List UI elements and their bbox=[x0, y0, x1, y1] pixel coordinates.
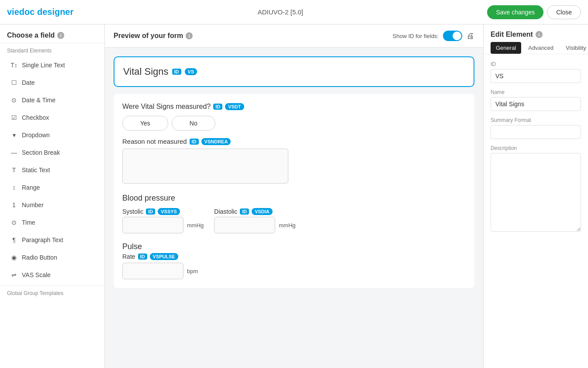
logo-designer: designer bbox=[35, 7, 73, 17]
rate-id-badge: ID bbox=[138, 253, 147, 260]
summary-format-input[interactable] bbox=[491, 125, 581, 139]
topbar: viedoc designer ADIUVO-2 [5.0] Save chan… bbox=[0, 0, 588, 24]
systolic-label: Systolic ID VSSYS bbox=[122, 208, 204, 215]
dropdown-icon: ▾ bbox=[10, 132, 17, 139]
toggle-knob bbox=[453, 31, 461, 40]
pulse-section: Pulse Rate ID VSPULSE bpm bbox=[122, 242, 466, 279]
name-field-input[interactable] bbox=[491, 97, 581, 111]
edit-element-header: Edit Element i bbox=[484, 24, 588, 38]
range-label: Range bbox=[22, 184, 40, 191]
vital-signs-title: Vital Signs ID VS bbox=[123, 66, 465, 77]
description-label: Description bbox=[491, 145, 581, 151]
reason-id-badge: ID bbox=[190, 139, 199, 145]
systolic-input[interactable] bbox=[122, 217, 183, 233]
question1-id-badge: ID bbox=[213, 104, 222, 110]
question1-id-value: VSDT bbox=[225, 103, 244, 110]
diastolic-input-row: mmHg bbox=[214, 217, 295, 233]
vital-signs-section[interactable]: Vital Signs ID VS bbox=[114, 56, 474, 87]
vital-signs-question: Were Vital Signs measured? ID VSDT bbox=[122, 103, 466, 111]
field-static-text[interactable]: T Static Text bbox=[3, 162, 101, 178]
center-panel: Preview of your form i Show ID for field… bbox=[105, 24, 483, 368]
edit-element-title: Edit Element bbox=[491, 31, 533, 38]
date-time-icon: ⊙ bbox=[10, 97, 17, 104]
field-dropdown[interactable]: ▾ Dropdown bbox=[3, 127, 101, 143]
diastolic-input[interactable] bbox=[214, 217, 275, 233]
field-range[interactable]: ↕ Range bbox=[3, 180, 101, 195]
field-single-line-text[interactable]: T↕ Single Line Text bbox=[3, 57, 101, 73]
diastolic-id-value: VSDIA bbox=[252, 208, 273, 215]
yes-button[interactable]: Yes bbox=[122, 116, 168, 131]
id-field-input[interactable] bbox=[491, 69, 581, 83]
choose-field-title: Choose a field bbox=[7, 31, 55, 39]
pulse-unit: bpm bbox=[187, 268, 198, 274]
field-time[interactable]: ⊙ Time bbox=[3, 215, 101, 230]
preview-title: Preview of your form i bbox=[114, 32, 193, 40]
field-radio-button[interactable]: ◉ Radio Button bbox=[3, 250, 101, 265]
vas-scale-icon: ⇌ bbox=[10, 271, 17, 278]
paragraph-text-icon: ¶ bbox=[10, 236, 17, 243]
number-label: Number bbox=[22, 201, 44, 208]
tab-general[interactable]: General bbox=[491, 42, 521, 54]
global-templates-label: Global Group Templates bbox=[0, 285, 104, 301]
systolic-id-badge: ID bbox=[146, 208, 155, 215]
field-date-time[interactable]: ⊙ Date & Time bbox=[3, 92, 101, 108]
single-line-text-label: Single Line Text bbox=[22, 62, 65, 69]
tab-visibility[interactable]: Visibility bbox=[560, 42, 588, 54]
show-id-label: Show ID for fields: bbox=[393, 33, 439, 39]
print-icon[interactable]: 🖨 bbox=[467, 31, 474, 41]
field-paragraph-text[interactable]: ¶ Paragraph Text bbox=[3, 232, 101, 248]
blood-pressure-title: Blood pressure bbox=[122, 194, 466, 203]
id-field-group: ID bbox=[491, 61, 581, 83]
systolic-label-text: Systolic bbox=[122, 208, 143, 215]
field-section-break[interactable]: — Section Break bbox=[3, 145, 101, 160]
center-header: Preview of your form i Show ID for field… bbox=[105, 24, 483, 48]
name-field-label: Name bbox=[491, 89, 581, 95]
field-checkbox[interactable]: ☑ Checkbox bbox=[3, 110, 101, 125]
right-tabs: General Advanced Visibility bbox=[484, 38, 588, 54]
radio-button-label: Radio Button bbox=[22, 254, 57, 261]
description-textarea[interactable] bbox=[491, 153, 581, 232]
id-field-label: ID bbox=[491, 61, 581, 67]
field-number[interactable]: 1 Number bbox=[3, 197, 101, 213]
reason-label-text: Reason not measured bbox=[122, 138, 187, 145]
reason-textarea[interactable] bbox=[122, 149, 288, 184]
blood-pressure-section: Blood pressure Systolic ID VSSYS mmHg bbox=[122, 194, 466, 233]
diastolic-unit: mmHg bbox=[279, 222, 295, 229]
rate-id-value: VSPULSE bbox=[150, 253, 178, 260]
diastolic-field: Diastolic ID VSDIA mmHg bbox=[214, 208, 295, 233]
vital-signs-title-text: Vital Signs bbox=[123, 66, 169, 77]
summary-format-field-group: Summary Format bbox=[491, 117, 581, 139]
close-button[interactable]: Close bbox=[547, 5, 581, 19]
description-field-group: Description bbox=[491, 145, 581, 232]
range-icon: ↕ bbox=[10, 184, 17, 191]
center-header-right: Show ID for fields: 🖨 bbox=[393, 31, 475, 41]
edit-element-info-icon: i bbox=[536, 31, 543, 38]
pulse-title: Pulse bbox=[122, 242, 466, 251]
edit-element-form: ID Name Summary Format Description bbox=[484, 54, 588, 239]
save-button[interactable]: Save changes bbox=[487, 5, 543, 19]
choose-field-header: Choose a field i bbox=[0, 24, 104, 43]
paragraph-text-label: Paragraph Text bbox=[22, 236, 63, 243]
reason-label: Reason not measured ID VSNDREA bbox=[122, 138, 466, 145]
show-id-toggle[interactable] bbox=[443, 31, 462, 41]
vital-signs-id-value: VS bbox=[185, 68, 197, 75]
pulse-rate-label: Rate ID VSPULSE bbox=[122, 253, 466, 260]
diastolic-label-text: Diastolic bbox=[214, 208, 237, 215]
field-date[interactable]: ☐ Date bbox=[3, 75, 101, 90]
single-line-text-icon: T↕ bbox=[10, 62, 17, 69]
number-icon: 1 bbox=[10, 201, 17, 208]
static-text-label: Static Text bbox=[22, 167, 50, 174]
app-logo: viedoc designer bbox=[7, 7, 73, 17]
no-button[interactable]: No bbox=[172, 116, 215, 131]
preview-title-text: Preview of your form bbox=[114, 32, 183, 40]
logo-viedoc: viedoc bbox=[7, 7, 35, 17]
right-panel: Edit Element i General Advanced Visibili… bbox=[483, 24, 588, 368]
page-title: ADIUVO-2 [5.0] bbox=[258, 8, 303, 16]
tab-advanced[interactable]: Advanced bbox=[523, 42, 559, 54]
static-text-icon: T bbox=[10, 167, 17, 174]
standard-elements-label: Standard Elements bbox=[0, 43, 104, 56]
bp-fields: Systolic ID VSSYS mmHg Diastolic bbox=[122, 208, 466, 233]
checkbox-label: Checkbox bbox=[22, 114, 49, 121]
pulse-input[interactable] bbox=[122, 263, 183, 279]
field-vas-scale[interactable]: ⇌ VAS Scale bbox=[3, 267, 101, 283]
